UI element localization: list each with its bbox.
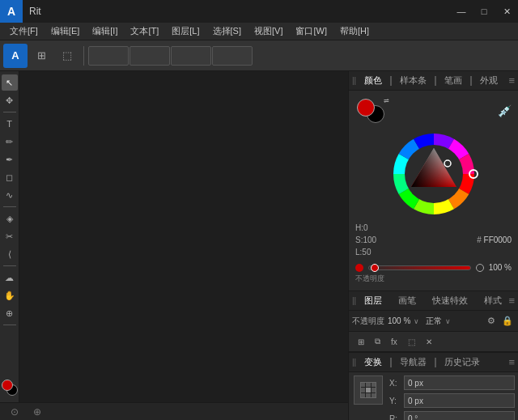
color-panel-section: || 颜色 样本条 笔画 外观 ≡ ⇌ (349, 71, 518, 291)
opacity-row: 100 % (355, 263, 512, 272)
color-swatches[interactable] (2, 380, 18, 396)
menu-window[interactable]: 窗口[W] (289, 23, 333, 39)
color-tab-appearance[interactable]: 外观 (473, 73, 504, 88)
layer-mask-button[interactable]: ⬚ (404, 335, 419, 349)
tool-pen[interactable]: ✏ (2, 134, 18, 150)
tool-bezier[interactable]: ✒ (2, 151, 18, 168)
transform-tab-history[interactable]: 历史记录 (438, 354, 486, 370)
menu-edit[interactable]: 编辑[E] (45, 23, 86, 39)
tool-sep-1 (3, 112, 16, 112)
color-panel-handle-icon: || (352, 76, 356, 85)
layer-group-button[interactable]: ⧉ (371, 334, 384, 349)
toolbar-btn-3[interactable] (171, 46, 211, 66)
color-tab-swatches[interactable]: 样本条 (393, 73, 433, 88)
transform-panel-menu-icon[interactable]: ≡ (508, 356, 515, 368)
transform-anchor[interactable] (354, 375, 383, 405)
toolbar-btn-4[interactable] (212, 46, 253, 66)
menu-text[interactable]: 文本[T] (124, 23, 165, 39)
x-label: X: (389, 379, 401, 388)
tool-fill[interactable]: ◈ (2, 210, 18, 227)
app-icon: A (0, 0, 23, 23)
tool-select[interactable]: ↖ (2, 74, 18, 91)
layers-settings-icon[interactable]: ⚙ (484, 314, 499, 329)
restore-button[interactable]: □ (473, 0, 495, 23)
tab-sep-2 (435, 76, 436, 86)
layers-tab-layers[interactable]: 图层 (358, 293, 388, 308)
tool-crop[interactable]: ⟨ (2, 246, 18, 262)
toolbar-btn-1[interactable] (88, 46, 129, 66)
saturation-value: S:100 (355, 234, 376, 246)
menu-edit2[interactable]: 编辑[I] (86, 23, 124, 39)
tool-move[interactable]: ✥ (2, 92, 18, 108)
toolbar-doc-button[interactable]: ⬚ (55, 44, 79, 68)
layers-tab-styles[interactable]: 样式 (478, 293, 508, 308)
color-panel-menu-icon[interactable]: ≡ (508, 74, 515, 87)
menu-layer[interactable]: 图层[L] (165, 23, 206, 39)
app-icon-label: A (7, 5, 15, 18)
opacity-slider[interactable] (368, 265, 471, 270)
layer-trash-button[interactable]: ✕ (422, 335, 436, 349)
layers-lock-icon[interactable]: 🔒 (500, 314, 515, 329)
bottom-tool-2[interactable]: ⊕ (29, 404, 45, 420)
color-tab-stroke[interactable]: 笔画 (438, 73, 469, 88)
tool-hand[interactable]: ✋ (2, 287, 18, 303)
tool-path[interactable]: ∿ (2, 187, 18, 203)
transform-grid: X: W: Y: H: (389, 375, 518, 420)
close-button[interactable]: ✕ (495, 0, 518, 23)
tool-smudge[interactable]: ☁ (2, 269, 18, 286)
tool-sep-4 (3, 325, 16, 325)
x-input[interactable] (404, 375, 515, 390)
layers-tab-brush[interactable]: 画笔 (392, 293, 422, 308)
lightness-value: L:50 (355, 246, 376, 258)
color-hex: # FF0000 (477, 235, 512, 244)
opacity-label: 不透明度 (355, 274, 512, 284)
color-wheel[interactable] (389, 129, 478, 218)
tool-text[interactable]: T (2, 116, 18, 132)
layers-panel-section: || 图层 画笔 快速特效 样式 ≡ 不透明度 100 % ∨ 正常 ∨ ⚙ 🔒 (349, 291, 518, 353)
transform-content: X: W: Y: H: (349, 372, 518, 420)
transform-tab-navigator[interactable]: 导航器 (393, 354, 433, 370)
menu-select[interactable]: 选择[S] (206, 23, 248, 39)
r-input[interactable] (404, 411, 515, 420)
tool-cut[interactable]: ✂ (2, 228, 18, 244)
layers-panel-handle-icon: || (352, 296, 356, 305)
opacity-thumb[interactable] (371, 264, 379, 272)
menu-help[interactable]: 帮助[H] (333, 23, 376, 39)
menu-view[interactable]: 视图[V] (248, 23, 289, 39)
tool-sep-3 (3, 265, 16, 266)
main-area: ↖ ✥ T ✏ ✒ ◻ ∿ ◈ ✂ ⟨ ☁ ✋ ⊕ ⊙ (0, 71, 518, 420)
hex-value: FF0000 (484, 235, 512, 244)
toolbar-separator-1 (83, 46, 84, 66)
tab-sep-1 (390, 76, 392, 86)
menu-file[interactable]: 文件[F] (3, 23, 45, 39)
transform-tab-transform[interactable]: 变换 (358, 354, 388, 370)
layers-tab-fx[interactable]: 快速特效 (426, 293, 474, 308)
layers-blend-mode: 正常 (426, 316, 442, 327)
transform-y-field: Y: (389, 393, 515, 408)
tool-zoom[interactable]: ⊕ (2, 305, 18, 321)
layer-fx-button[interactable]: fx (387, 335, 401, 349)
color-preview-area[interactable]: ⇌ (355, 97, 389, 125)
toolbar-grid-button[interactable]: ⊞ (29, 44, 53, 68)
minimize-button[interactable]: — (450, 0, 473, 23)
canvas-area[interactable] (19, 71, 348, 420)
color-swap-icon[interactable]: ⇌ (384, 97, 389, 104)
toolbar: A ⊞ ⬚ (0, 40, 518, 71)
color-wheel-container[interactable] (355, 129, 512, 218)
layers-opacity-value: 100 % (388, 316, 410, 325)
toolbar-btn-2[interactable] (130, 46, 170, 66)
r-label: R: (389, 414, 401, 421)
right-panel: || 颜色 样本条 笔画 外观 ≡ ⇌ (348, 71, 518, 420)
ttab-sep-1 (390, 358, 392, 367)
color-tab-color[interactable]: 颜色 (358, 73, 388, 88)
opacity-value: 100 % (489, 263, 512, 272)
y-input[interactable] (404, 393, 515, 408)
tool-shape[interactable]: ◻ (2, 169, 18, 185)
layer-add-button[interactable]: ⊞ (354, 335, 368, 349)
transform-fields: X: W: Y: H: (389, 375, 518, 420)
bottom-tool-1[interactable]: ⊙ (6, 404, 23, 420)
layers-panel-menu-icon[interactable]: ≡ (508, 295, 515, 307)
color-tools-row: ⇌ 💉 (355, 97, 512, 125)
bottom-bar: ⊙ ⊕ (0, 402, 348, 420)
dropper-icon[interactable]: 💉 (498, 104, 512, 117)
